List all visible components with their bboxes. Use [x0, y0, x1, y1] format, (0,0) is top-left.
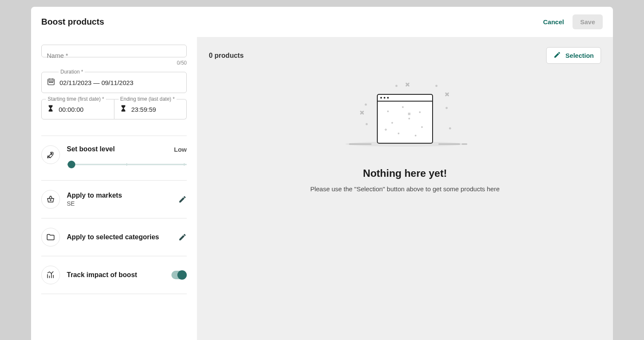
- cancel-button[interactable]: Cancel: [543, 18, 564, 26]
- boost-slider[interactable]: [67, 161, 187, 168]
- edit-categories-button[interactable]: [178, 233, 187, 241]
- name-char-count: 0/50: [41, 60, 187, 66]
- start-time-label: Starting time (first date) *: [46, 96, 106, 102]
- slider-tick: [184, 163, 185, 166]
- empty-title: Nothing here yet!: [363, 167, 447, 179]
- calendar-icon: [47, 77, 55, 88]
- end-time-input[interactable]: Ending time (last date) * 23:59:59: [114, 99, 187, 119]
- boost-level-section: Set boost level Low: [41, 136, 187, 181]
- empty-illustration: [341, 78, 469, 155]
- svg-point-19: [402, 106, 404, 108]
- boost-body: Set boost level Low: [67, 145, 187, 168]
- time-field-group: Starting time (first date) * 00:00:00 En…: [41, 99, 187, 119]
- svg-point-15: [380, 97, 382, 99]
- svg-point-8: [50, 200, 51, 201]
- folder-icon: [41, 228, 60, 246]
- edit-markets-button[interactable]: [178, 195, 187, 204]
- svg-rect-13: [377, 94, 433, 143]
- modal-body: Name * 0/50 Duration * 02/11/2023 — 09/1…: [31, 37, 613, 340]
- duration-input[interactable]: Duration * 02/11/2023 — 09/11/2023: [41, 72, 187, 93]
- track-impact-section: Track impact of boost: [41, 256, 187, 294]
- products-header: 0 products Selection: [209, 47, 601, 64]
- svg-point-24: [398, 133, 399, 134]
- svg-point-18: [387, 110, 389, 112]
- hourglass-icon: [120, 105, 127, 114]
- markets-text: Apply to markets SE: [67, 192, 171, 207]
- boost-level-value: Low: [174, 146, 187, 153]
- form-panel: Name * 0/50 Duration * 02/11/2023 — 09/1…: [31, 37, 197, 340]
- boost-head: Set boost level Low: [67, 145, 187, 153]
- slider-tick: [126, 163, 127, 166]
- modal-header: Boost products Cancel Save: [31, 7, 613, 37]
- categories-text: Apply to selected categories: [67, 233, 171, 241]
- toggle-knob: [177, 270, 187, 280]
- svg-point-5: [51, 82, 51, 83]
- svg-point-36: [366, 123, 368, 125]
- svg-point-21: [391, 122, 393, 124]
- svg-point-32: [396, 85, 398, 87]
- end-time-label: Ending time (last date) *: [119, 96, 177, 102]
- empty-state: Nothing here yet! Please use the "Select…: [209, 78, 601, 193]
- slider-thumb[interactable]: [68, 161, 75, 168]
- categories-title: Apply to selected categories: [67, 233, 171, 241]
- products-panel: 0 products Selection: [197, 37, 613, 340]
- track-toggle[interactable]: [171, 271, 187, 279]
- svg-point-35: [446, 107, 448, 109]
- basket-icon: [41, 190, 60, 209]
- svg-point-16: [384, 97, 385, 99]
- svg-point-23: [421, 126, 423, 128]
- track-title: Track impact of boost: [67, 271, 165, 279]
- empty-subtitle: Please use the "Selection" button above …: [310, 185, 499, 193]
- start-time-value: 00:00:00: [59, 106, 83, 113]
- svg-point-20: [419, 111, 421, 113]
- duration-value: 02/11/2023 — 09/11/2023: [60, 79, 133, 86]
- selection-button[interactable]: Selection: [546, 47, 601, 64]
- svg-point-17: [387, 97, 389, 99]
- categories-section: Apply to selected categories: [41, 218, 187, 256]
- markets-title: Apply to markets: [67, 192, 171, 199]
- svg-point-37: [449, 128, 451, 130]
- svg-point-34: [365, 104, 367, 106]
- svg-point-33: [436, 85, 438, 87]
- save-button[interactable]: Save: [573, 14, 603, 29]
- svg-point-7: [51, 153, 52, 155]
- duration-field-group: Duration * 02/11/2023 — 09/11/2023: [41, 72, 187, 93]
- modal-title: Boost products: [41, 17, 104, 27]
- product-count: 0 products: [209, 52, 244, 60]
- duration-label: Duration *: [59, 69, 85, 75]
- start-time-input[interactable]: Starting time (first date) * 00:00:00: [41, 99, 114, 119]
- boost-title: Set boost level: [67, 145, 115, 153]
- svg-point-6: [52, 82, 53, 83]
- svg-point-4: [49, 82, 50, 83]
- markets-section: Apply to markets SE: [41, 181, 187, 218]
- hourglass-icon: [47, 105, 54, 114]
- pencil-icon: [553, 51, 561, 60]
- end-time-value: 23:59:59: [131, 106, 156, 113]
- name-label: Name *: [47, 52, 68, 59]
- svg-point-22: [408, 118, 410, 119]
- svg-point-25: [415, 135, 416, 136]
- markets-value: SE: [67, 200, 171, 207]
- boost-products-modal: Boost products Cancel Save Name * 0/50 D…: [31, 7, 613, 340]
- name-field-group: Name * 0/50: [41, 45, 187, 66]
- header-actions: Cancel Save: [543, 14, 603, 29]
- track-text: Track impact of boost: [67, 271, 165, 279]
- name-input[interactable]: Name *: [41, 45, 187, 57]
- rocket-icon: [41, 145, 60, 164]
- selection-label: Selection: [565, 52, 594, 59]
- chart-icon: [41, 266, 60, 284]
